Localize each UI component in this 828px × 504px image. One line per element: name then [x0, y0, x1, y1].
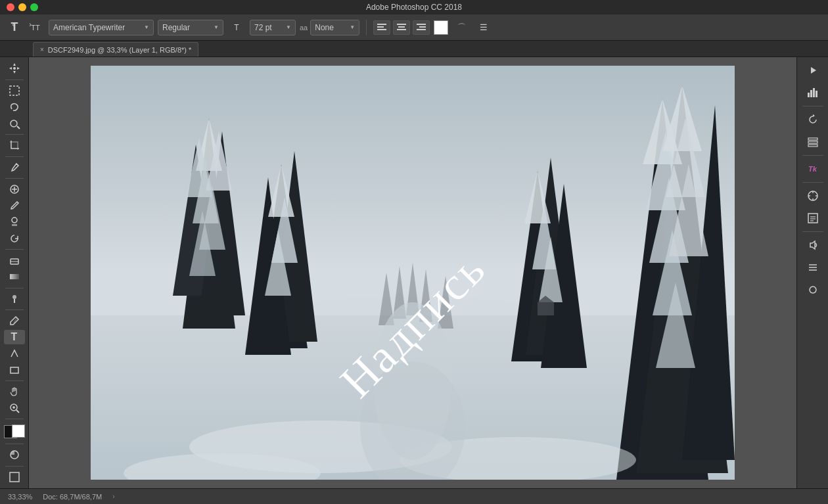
canvas-image[interactable]: Надпись: [91, 66, 735, 480]
svg-rect-19: [10, 274, 19, 279]
status-bar: 33,33% Doc: 68,7M/68,7M ›: [0, 488, 828, 504]
winter-photo: Надпись: [91, 66, 735, 480]
title-bar: Adobe Photoshop CC 2018: [0, 0, 828, 14]
info-panel[interactable]: [801, 208, 825, 229]
font-size-arrow: ▼: [286, 24, 291, 30]
right-divider-3: [802, 182, 823, 183]
right-panel: Tk: [796, 57, 828, 488]
svg-point-16: [12, 218, 17, 223]
status-arrow[interactable]: ›: [112, 493, 114, 500]
aa-label: aa: [300, 24, 308, 32]
font-family-arrow: ▼: [144, 24, 149, 30]
adjustments-panel[interactable]: [801, 185, 825, 206]
misc-panel[interactable]: [801, 279, 825, 300]
svg-rect-10: [10, 86, 19, 95]
toolbar-divider-1: [366, 20, 367, 35]
svg-rect-82: [808, 138, 817, 140]
hand-tool[interactable]: [4, 384, 25, 400]
svg-rect-22: [11, 367, 18, 373]
screen-mode-tool[interactable]: [4, 469, 25, 484]
tools-divider-2: [5, 134, 24, 135]
character-panel-button[interactable]: ☰: [474, 18, 493, 37]
svg-line-12: [17, 126, 20, 129]
svg-rect-4: [398, 26, 405, 28]
font-style-dropdown[interactable]: Regular ▼: [158, 20, 223, 35]
tab-nav-left[interactable]: ‹: [7, 18, 20, 30]
history-panel[interactable]: [801, 109, 825, 130]
healing-tool[interactable]: [4, 182, 25, 197]
svg-rect-5: [397, 29, 406, 30]
eraser-tool[interactable]: [4, 253, 25, 268]
tools-divider-4: [5, 178, 24, 179]
font-size-icon[interactable]: T: [227, 18, 246, 37]
font-style-arrow: ▼: [214, 24, 219, 30]
font-size-value: 72 pt: [254, 23, 272, 32]
svg-rect-83: [808, 141, 817, 143]
svg-marker-77: [811, 67, 816, 74]
shape-tool[interactable]: [4, 362, 25, 377]
tools-divider-10: [5, 444, 24, 444]
typekit-icon: Tk: [808, 165, 817, 173]
text-color-swatch[interactable]: [434, 20, 448, 35]
document-tab[interactable]: × DSCF2949.jpg @ 33,3% (Layer 1, RGB/8*)…: [33, 42, 198, 57]
typekit-panel[interactable]: Tk: [801, 158, 825, 179]
align-section: [373, 20, 430, 35]
app-title: Adobe Photoshop CC 2018: [366, 3, 462, 12]
background-color[interactable]: [12, 424, 25, 438]
clone-stamp-tool[interactable]: [4, 215, 25, 230]
main-area: T: [0, 57, 828, 488]
tools-divider-8: [5, 380, 24, 381]
brush-tool[interactable]: [4, 198, 25, 214]
font-family-dropdown[interactable]: American Typewriter ▼: [49, 20, 154, 35]
layers-panel[interactable]: [801, 131, 825, 152]
svg-line-24: [16, 410, 19, 413]
right-divider-2: [802, 155, 823, 156]
tab-nav-right[interactable]: ›: [24, 18, 37, 30]
play-button[interactable]: [801, 60, 825, 81]
path-select-tool[interactable]: [4, 346, 25, 361]
tools-divider-1: [5, 80, 24, 80]
tools-divider-5: [5, 249, 24, 250]
tools-divider-7: [5, 309, 24, 310]
tools-divider-6: [5, 288, 24, 288]
align-right-button[interactable]: [413, 20, 430, 35]
antialiasing-value: None: [315, 23, 334, 32]
svg-rect-7: [419, 26, 426, 28]
tools-divider-3: [5, 156, 24, 157]
zoom-tool[interactable]: [4, 401, 25, 416]
tools-divider-9: [5, 419, 24, 419]
marquee-tool[interactable]: [4, 83, 25, 99]
eyedropper-tool[interactable]: [4, 160, 25, 175]
font-size-dropdown[interactable]: 72 pt ▼: [250, 20, 296, 35]
svg-rect-8: [417, 29, 426, 30]
align-left-button[interactable]: [373, 20, 390, 35]
histogram-panel[interactable]: [801, 82, 825, 103]
tab-filename: DSCF2949.jpg @ 33,3% (Layer 1, RGB/8*) *: [48, 46, 191, 54]
minimize-button[interactable]: [18, 3, 26, 11]
type-tool[interactable]: T: [4, 330, 25, 345]
align-center-button[interactable]: [393, 20, 410, 35]
svg-rect-74: [538, 302, 554, 315]
gradient-tool[interactable]: [4, 269, 25, 285]
crop-tool[interactable]: [4, 138, 25, 153]
quick-select-tool[interactable]: [4, 116, 25, 131]
svg-rect-28: [10, 472, 19, 482]
move-tool[interactable]: [4, 61, 25, 76]
pen-tool[interactable]: [4, 313, 25, 329]
brush-settings-panel[interactable]: [801, 257, 825, 278]
maximize-button[interactable]: [30, 3, 38, 11]
color-tools: [3, 424, 26, 439]
close-button[interactable]: [7, 3, 14, 11]
tab-close-icon[interactable]: ×: [40, 46, 44, 53]
quick-mask-tool[interactable]: [4, 447, 25, 463]
type-tool-left-icon: T: [11, 331, 18, 343]
svg-point-11: [11, 120, 17, 127]
svg-point-9: [13, 67, 16, 70]
lasso-tool[interactable]: [4, 99, 25, 114]
history-brush-tool[interactable]: [4, 231, 25, 246]
warp-text-button[interactable]: ⌒: [452, 18, 471, 37]
canvas-container: Надпись: [91, 66, 735, 480]
dodge-tool[interactable]: [4, 291, 25, 306]
sound-panel[interactable]: [801, 235, 825, 256]
antialiasing-dropdown[interactable]: None ▼: [310, 20, 359, 35]
